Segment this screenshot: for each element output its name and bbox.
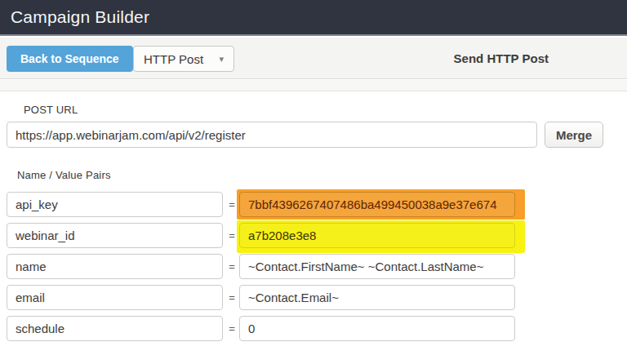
back-to-sequence-button[interactable]: Back to Sequence bbox=[7, 46, 133, 72]
pair-name-input[interactable] bbox=[7, 316, 223, 341]
app-header: Campaign Builder bbox=[0, 0, 627, 36]
pair-row: = bbox=[0, 251, 627, 282]
toolbar-substrip bbox=[0, 80, 627, 91]
action-type-dropdown[interactable]: HTTP Post ▾ bbox=[133, 46, 234, 72]
post-url-input[interactable] bbox=[7, 122, 537, 148]
pair-row: = bbox=[0, 220, 627, 251]
pair-name-input[interactable] bbox=[7, 192, 223, 217]
pair-value-slot bbox=[237, 313, 525, 344]
highlight-orange bbox=[237, 189, 525, 220]
name-value-pairs-list: = = = bbox=[0, 189, 627, 344]
pair-row: = bbox=[0, 189, 627, 220]
dropdown-selected-value: HTTP Post bbox=[144, 52, 203, 66]
pair-row: = bbox=[0, 282, 627, 313]
page-title: Campaign Builder bbox=[0, 7, 149, 27]
pair-value-slot bbox=[237, 282, 525, 313]
pair-value-slot bbox=[237, 251, 525, 282]
pair-name-input[interactable] bbox=[7, 254, 223, 279]
pair-value-input[interactable] bbox=[239, 316, 515, 341]
pair-value-input[interactable] bbox=[239, 223, 515, 248]
merge-button[interactable]: Merge bbox=[545, 122, 603, 148]
pair-value-slot bbox=[237, 189, 525, 220]
section-title: Send HTTP Post bbox=[454, 38, 549, 79]
pair-value-input[interactable] bbox=[239, 254, 515, 279]
main-content: POST URL Merge Name / Value Pairs = = bbox=[0, 92, 627, 344]
campaign-builder-app: Campaign Builder Back to Sequence HTTP P… bbox=[0, 0, 627, 364]
pair-value-slot bbox=[237, 220, 525, 251]
chevron-down-icon: ▾ bbox=[219, 55, 224, 64]
pair-name-input[interactable] bbox=[7, 223, 223, 248]
post-url-row: Merge bbox=[0, 122, 627, 148]
pair-name-input[interactable] bbox=[7, 285, 223, 310]
pair-row: = bbox=[0, 313, 627, 344]
post-url-label: POST URL bbox=[24, 104, 627, 116]
toolbar: Back to Sequence HTTP Post ▾ Send HTTP P… bbox=[0, 38, 627, 79]
name-value-pairs-label: Name / Value Pairs bbox=[17, 169, 627, 181]
pair-value-input[interactable] bbox=[239, 192, 515, 217]
pair-value-input[interactable] bbox=[239, 285, 515, 310]
highlight-yellow bbox=[237, 220, 525, 253]
